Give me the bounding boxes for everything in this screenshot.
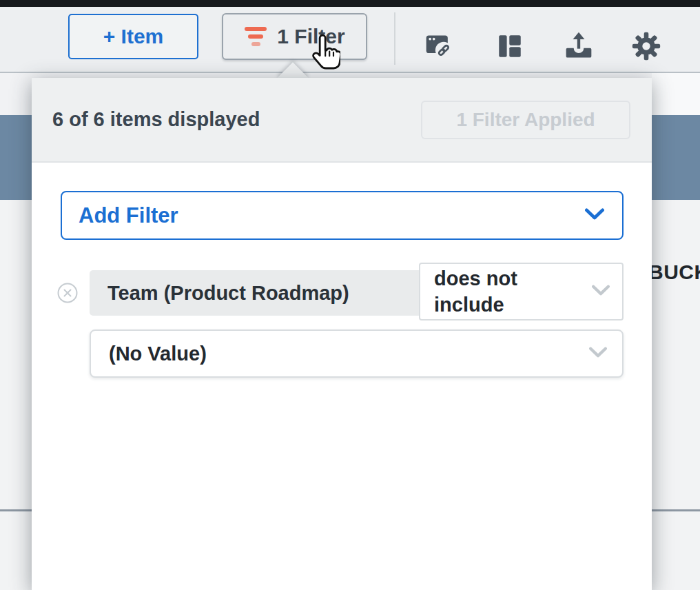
- add-filter-select[interactable]: Add Filter: [61, 191, 624, 240]
- top-strip: [0, 0, 700, 7]
- chevron-down-icon: [589, 347, 607, 361]
- settings-button[interactable]: [630, 30, 663, 63]
- share-link-button[interactable]: [422, 30, 455, 63]
- remove-filter-button[interactable]: [56, 282, 79, 304]
- add-item-button[interactable]: + Item: [68, 14, 198, 59]
- filter-icon: [244, 27, 267, 46]
- filter-operator-label: does not include: [434, 265, 572, 318]
- export-upload-icon: [564, 31, 594, 61]
- filter-operator-select[interactable]: does not include: [419, 263, 624, 321]
- circle-x-icon: [56, 296, 79, 306]
- filter-popover-header: 6 of 6 items displayed 1 Filter Applied: [32, 78, 652, 163]
- filter-popover: 6 of 6 items displayed 1 Filter Applied …: [32, 78, 652, 590]
- filter-applied-label: 1 Filter Applied: [456, 109, 595, 131]
- chevron-down-icon: [592, 285, 610, 299]
- chevron-down-icon: [585, 208, 604, 223]
- filter-value-select[interactable]: (No Value): [90, 329, 624, 378]
- filter-applied-button[interactable]: 1 Filter Applied: [421, 101, 630, 139]
- add-filter-label: Add Filter: [79, 203, 178, 228]
- page-background-band-right: [652, 73, 700, 115]
- filter-button-label: 1 Filter: [277, 25, 344, 48]
- add-item-label: + Item: [103, 25, 164, 48]
- filter-button[interactable]: 1 Filter: [222, 13, 367, 60]
- settings-gear-icon: [631, 31, 661, 61]
- share-link-icon: [424, 31, 454, 61]
- toolbar: + Item 1 Filter: [0, 7, 700, 73]
- items-displayed-summary: 6 of 6 items displayed: [52, 108, 260, 131]
- layout-icon: [495, 32, 524, 61]
- filter-field-chip[interactable]: Team (Product Roadmap): [90, 270, 419, 316]
- layout-button[interactable]: [493, 30, 526, 63]
- column-header-bucket: BUCK: [648, 261, 700, 284]
- toolbar-divider: [394, 12, 395, 65]
- export-button[interactable]: [562, 30, 595, 63]
- filter-value-label: (No Value): [109, 343, 207, 365]
- screen: BUCK + Item 1 Filter: [0, 0, 700, 590]
- filter-field-label: Team (Product Roadmap): [107, 282, 349, 305]
